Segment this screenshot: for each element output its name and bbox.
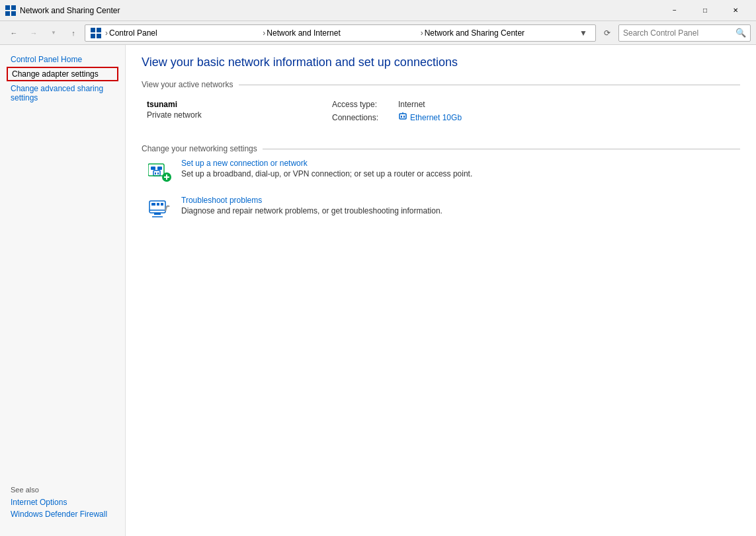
svg-rect-17 <box>157 167 162 170</box>
sidebar: Control Panel Home Change adapter settin… <box>0 45 126 536</box>
sidebar-change-adapter-settings[interactable]: Change adapter settings <box>7 67 118 81</box>
svg-rect-27 <box>161 203 163 206</box>
svg-rect-25 <box>151 203 155 206</box>
svg-rect-10 <box>403 116 405 118</box>
search-input[interactable] <box>623 28 735 38</box>
svg-rect-7 <box>97 34 101 38</box>
connections-link[interactable]: Ethernet 10Gb <box>410 113 462 122</box>
troubleshoot-icon <box>147 196 173 222</box>
connections-label: Connections: <box>332 113 398 122</box>
svg-rect-13 <box>155 172 156 174</box>
window-controls: − □ ✕ <box>659 0 751 21</box>
page-title: View your basic network information and … <box>142 56 740 69</box>
address-bar-icon <box>91 28 101 38</box>
sidebar-control-panel-home[interactable]: Control Panel Home <box>0 53 125 66</box>
see-also-windows-defender-firewall[interactable]: Windows Defender Firewall <box>11 510 114 519</box>
breadcrumb-network-internet[interactable]: Network and Internet <box>267 28 419 38</box>
new-connection-text: Set up a new connection or network Set u… <box>181 159 472 178</box>
svg-rect-8 <box>399 114 406 119</box>
up-button[interactable]: ↑ <box>65 24 82 42</box>
window-title: Network and Sharing Center <box>20 6 659 15</box>
svg-rect-0 <box>5 5 10 10</box>
network-name-column: tsunami Private network <box>147 95 332 131</box>
active-networks-label: View your active networks <box>142 80 233 89</box>
refresh-button[interactable]: ⟳ <box>599 24 616 42</box>
access-type-row: Access type: Internet <box>332 100 462 109</box>
svg-rect-9 <box>401 116 402 118</box>
svg-rect-26 <box>157 203 159 206</box>
sidebar-spacer <box>0 104 125 479</box>
new-connection-icon <box>147 159 173 185</box>
title-bar: Network and Sharing Center − □ ✕ <box>0 0 756 21</box>
network-details-column: Access type: Internet Connections: <box>332 95 462 131</box>
svg-rect-1 <box>11 5 16 10</box>
minimize-button[interactable]: − <box>659 0 690 21</box>
navigation-bar: ← → ▼ ↑ › Control Panel › Network and In… <box>0 21 756 45</box>
network-type: Private network <box>147 110 332 120</box>
close-button[interactable]: ✕ <box>720 0 751 21</box>
breadcrumb-network-sharing[interactable]: Network and Sharing Center <box>425 28 577 38</box>
maximize-button[interactable]: □ <box>690 0 720 21</box>
section-divider-2 <box>263 149 740 149</box>
forward-button[interactable]: → <box>25 24 42 42</box>
troubleshoot-desc: Diagnose and repair network problems, or… <box>181 206 442 215</box>
svg-rect-14 <box>157 172 159 174</box>
search-bar[interactable]: 🔍 <box>618 24 751 42</box>
settings-item-troubleshoot: Troubleshoot problems Diagnose and repai… <box>147 196 740 222</box>
recent-locations-button[interactable]: ▼ <box>45 24 62 42</box>
section-divider <box>239 85 740 85</box>
main-window: Control Panel Home Change adapter settin… <box>0 45 756 536</box>
troubleshoot-text: Troubleshoot problems Diagnose and repai… <box>181 196 442 215</box>
see-also-section: See also Internet Options Windows Defend… <box>0 479 125 528</box>
search-icon[interactable]: 🔍 <box>735 28 746 38</box>
connection-icon <box>398 112 407 123</box>
svg-rect-21 <box>149 201 165 213</box>
network-table: tsunami Private network Access type: Int… <box>142 95 740 131</box>
access-type-value: Internet <box>398 100 425 109</box>
breadcrumb-control-panel[interactable]: Control Panel <box>109 28 261 38</box>
see-also-label: See also <box>11 486 114 494</box>
new-connection-link[interactable]: Set up a new connection or network <box>181 159 472 168</box>
new-connection-desc: Set up a broadband, dial-up, or VPN conn… <box>181 169 472 178</box>
app-icon <box>5 5 16 16</box>
change-settings-label: Change your networking settings <box>142 144 257 153</box>
back-button[interactable]: ← <box>5 24 22 42</box>
settings-item-new-connection: Set up a new connection or network Set u… <box>147 159 740 185</box>
sidebar-change-advanced-sharing[interactable]: Change advanced sharing settings <box>0 82 125 104</box>
svg-rect-23 <box>154 213 161 215</box>
access-type-label: Access type: <box>332 100 398 109</box>
svg-rect-4 <box>91 28 95 32</box>
svg-rect-6 <box>91 34 95 38</box>
active-networks-header: View your active networks <box>142 80 740 89</box>
network-name: tsunami <box>147 100 332 109</box>
troubleshoot-link[interactable]: Troubleshoot problems <box>181 196 442 205</box>
change-settings-header: Change your networking settings <box>142 144 740 153</box>
svg-rect-12 <box>153 171 160 176</box>
address-bar-dropdown[interactable]: ▼ <box>577 26 590 40</box>
svg-rect-5 <box>97 28 101 32</box>
connections-row: Connections: Ethernet 10Gb <box>332 112 462 123</box>
address-bar[interactable]: › Control Panel › Network and Internet ›… <box>85 24 596 42</box>
settings-items: Set up a new connection or network Set u… <box>142 159 740 222</box>
svg-rect-3 <box>11 11 16 16</box>
svg-rect-16 <box>151 167 155 170</box>
content-area: View your basic network information and … <box>126 45 756 536</box>
svg-rect-2 <box>5 11 10 16</box>
see-also-internet-options[interactable]: Internet Options <box>11 498 114 507</box>
